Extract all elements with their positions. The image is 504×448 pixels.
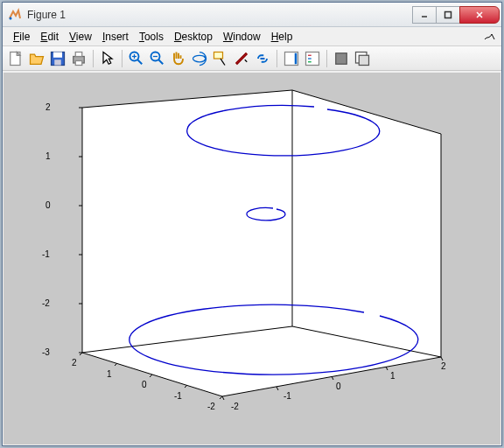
link-button[interactable] xyxy=(253,49,272,68)
print-button[interactable] xyxy=(69,49,88,68)
pan-button[interactable] xyxy=(169,49,188,68)
figure-canvas[interactable]: 2 1 0 -1 -2 -3 2 1 0 -1 -2 -2 -1 0 1 2 xyxy=(4,73,500,444)
svg-line-17 xyxy=(158,60,163,64)
zoom-in-button[interactable] xyxy=(127,49,146,68)
svg-rect-20 xyxy=(214,52,223,59)
svg-rect-22 xyxy=(295,52,298,64)
colorbar-button[interactable] xyxy=(282,49,301,68)
menu-desktop[interactable]: Desktop xyxy=(169,29,218,45)
matlab-icon xyxy=(8,8,22,22)
svg-rect-23 xyxy=(306,52,319,65)
window-controls xyxy=(413,6,500,24)
z-tick: -2 xyxy=(42,298,50,308)
toolbar xyxy=(3,46,501,71)
z-tick: -1 xyxy=(42,249,50,259)
save-button[interactable] xyxy=(48,49,67,68)
z-tick: 2 xyxy=(46,102,51,112)
figure-window: Figure 1 File Edit View Insert Tools Des… xyxy=(2,2,502,446)
menu-edit[interactable]: Edit xyxy=(35,29,64,45)
x-tick: 1 xyxy=(107,369,112,379)
pointer-button[interactable] xyxy=(98,49,117,68)
y-tick: 1 xyxy=(390,371,396,381)
svg-marker-31 xyxy=(292,90,441,357)
svg-rect-11 xyxy=(75,60,82,65)
x-tick: 2 xyxy=(72,358,77,368)
maximize-button[interactable] xyxy=(436,6,460,24)
svg-line-13 xyxy=(137,60,142,64)
titlebar[interactable]: Figure 1 xyxy=(3,3,501,27)
svg-rect-29 xyxy=(359,55,368,65)
close-button[interactable] xyxy=(459,6,500,24)
open-button[interactable] xyxy=(27,49,46,68)
y-tick: -1 xyxy=(284,391,291,401)
minimize-button[interactable] xyxy=(412,6,437,24)
axes-3d xyxy=(30,81,476,431)
svg-point-0 xyxy=(10,17,12,19)
svg-line-48 xyxy=(441,357,443,360)
y-tick: 2 xyxy=(441,361,446,371)
svg-rect-7 xyxy=(53,52,62,57)
z-tick: -3 xyxy=(42,347,50,357)
x-tick: -1 xyxy=(174,391,182,401)
menu-help[interactable]: Help xyxy=(266,29,298,45)
svg-rect-27 xyxy=(336,52,347,64)
show-tools-button[interactable] xyxy=(353,49,372,68)
svg-line-43 xyxy=(220,396,222,399)
menu-view[interactable]: View xyxy=(64,29,97,45)
z-tick: 1 xyxy=(46,151,51,161)
menu-insert[interactable]: Insert xyxy=(97,29,134,45)
menu-window[interactable]: Window xyxy=(218,29,266,45)
new-figure-button[interactable] xyxy=(6,49,25,68)
menubar: File Edit View Insert Tools Desktop Wind… xyxy=(3,27,501,46)
x-tick: 0 xyxy=(142,380,147,389)
datacursor-button[interactable] xyxy=(211,49,230,68)
brush-button[interactable] xyxy=(232,49,251,68)
menu-tools[interactable]: Tools xyxy=(134,29,169,45)
zoom-out-button[interactable] xyxy=(148,49,167,68)
svg-rect-10 xyxy=(75,52,82,56)
svg-rect-2 xyxy=(445,11,452,18)
rotate3d-button[interactable] xyxy=(190,49,209,68)
svg-rect-8 xyxy=(54,60,61,65)
y-tick: -2 xyxy=(231,402,239,411)
hide-tools-button[interactable] xyxy=(332,49,351,68)
window-title: Figure 1 xyxy=(27,9,413,21)
x-tick: -2 xyxy=(207,402,215,411)
svg-line-41 xyxy=(150,374,152,377)
menu-file[interactable]: File xyxy=(8,29,35,45)
y-tick: 0 xyxy=(336,382,341,391)
legend-button[interactable] xyxy=(303,49,322,68)
svg-line-45 xyxy=(276,387,278,390)
svg-line-44 xyxy=(222,396,224,400)
z-tick: 0 xyxy=(46,200,51,210)
dock-icon[interactable] xyxy=(484,31,496,43)
